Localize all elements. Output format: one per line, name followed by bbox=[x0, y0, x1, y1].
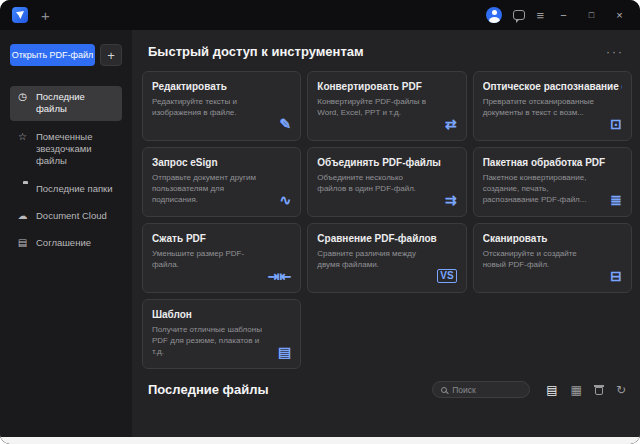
trash-icon[interactable] bbox=[595, 387, 603, 395]
batch-icon: ≣ bbox=[610, 193, 622, 207]
star-icon: ☆ bbox=[16, 131, 29, 143]
maximize-button[interactable]: □ bbox=[583, 11, 600, 20]
more-tools-button[interactable]: ··· bbox=[606, 45, 624, 59]
edit-icon: ✎ bbox=[280, 117, 292, 131]
sidebar-item-starred-files[interactable]: ☆ Помеченные звездочками файлы bbox=[10, 126, 122, 173]
card-edit[interactable]: Редактировать Редактируйте тексты и изоб… bbox=[142, 71, 301, 141]
create-pdf-button[interactable]: + bbox=[100, 44, 122, 66]
list-view-icon[interactable]: ▤ bbox=[546, 384, 557, 396]
scan-icon: ⊟ bbox=[610, 269, 622, 283]
sidebar-item-label: Помеченные звездочками файлы bbox=[36, 131, 116, 168]
minimize-button[interactable]: − bbox=[555, 10, 572, 21]
sidebar-item-label: Соглашение bbox=[36, 237, 91, 249]
clock-icon: ◷ bbox=[16, 91, 29, 103]
card-convert-pdf[interactable]: Конвертировать PDF Конвертируйте PDF-фай… bbox=[307, 71, 466, 141]
card-ocr[interactable]: Оптическое распознавание с... Превратите… bbox=[473, 71, 632, 141]
search-icon bbox=[441, 387, 447, 393]
folder-icon bbox=[16, 183, 29, 195]
recent-files-title: Последние файлы bbox=[148, 382, 269, 397]
card-compress-pdf[interactable]: Сжать PDF Уменьшите размер PDF-файла. ⇥⇤ bbox=[142, 223, 301, 293]
sidebar-item-document-cloud[interactable]: ☁ Document Cloud bbox=[10, 205, 122, 227]
sidebar-item-recent-files[interactable]: ◷ Последние файлы bbox=[10, 86, 122, 121]
esign-icon: ∿ bbox=[280, 193, 292, 207]
feedback-icon[interactable] bbox=[513, 10, 525, 20]
merge-icon: ⇉ bbox=[445, 193, 457, 207]
card-scan[interactable]: Сканировать Отсканируйте и создайте новы… bbox=[473, 223, 632, 293]
menu-icon[interactable]: ≡ bbox=[536, 9, 544, 22]
main-panel: Быстрый доступ к инструментам ··· Редакт… bbox=[132, 30, 640, 444]
sidebar-item-agreement[interactable]: ▤ Соглашение bbox=[10, 232, 122, 254]
app-window: + ≡ − □ × Открыть PDF-файл + ◷ Последние… bbox=[0, 0, 640, 444]
card-template[interactable]: Шаблон Получите отличные шаблоны PDF для… bbox=[142, 299, 301, 369]
titlebar: + ≡ − □ × bbox=[0, 0, 640, 30]
cloud-icon: ☁ bbox=[16, 210, 29, 222]
search-box[interactable] bbox=[432, 381, 530, 398]
new-tab-button[interactable]: + bbox=[37, 8, 54, 23]
tool-cards-grid: Редактировать Редактируйте тексты и изоб… bbox=[142, 71, 632, 369]
account-avatar[interactable] bbox=[486, 7, 502, 23]
compress-icon: ⇥⇤ bbox=[268, 269, 291, 283]
sidebar-item-label: Последние папки bbox=[36, 183, 113, 195]
open-pdf-button[interactable]: Открыть PDF-файл bbox=[10, 44, 95, 66]
card-compare-pdf[interactable]: Сравнение PDF-файлов Сравните различия м… bbox=[307, 223, 466, 293]
card-merge-pdf[interactable]: Объединять PDF-файлы Объедините нескольк… bbox=[307, 147, 466, 217]
grid-view-icon[interactable]: ▦ bbox=[571, 384, 582, 396]
recent-files-header: Последние файлы ▤ ▦ ↻ bbox=[142, 381, 632, 398]
sidebar-item-label: Последние файлы bbox=[36, 91, 116, 116]
card-batch-process[interactable]: Пакетная обработка PDF Пакетное конверти… bbox=[473, 147, 632, 217]
ocr-icon: ⊡ bbox=[610, 117, 622, 131]
recent-files-list-area bbox=[0, 437, 640, 444]
compare-icon: VS bbox=[437, 269, 456, 283]
app-logo-icon bbox=[12, 7, 28, 23]
agreement-icon: ▤ bbox=[16, 237, 29, 249]
sidebar-item-recent-folders[interactable]: Последние папки bbox=[10, 178, 122, 200]
sidebar-item-label: Document Cloud bbox=[36, 210, 107, 222]
sidebar: Открыть PDF-файл + ◷ Последние файлы ☆ П… bbox=[0, 30, 132, 444]
template-icon: ▤ bbox=[278, 345, 291, 359]
quick-access-title: Быстрый доступ к инструментам bbox=[148, 44, 364, 59]
convert-icon: ⇄ bbox=[445, 117, 457, 131]
search-input[interactable] bbox=[452, 385, 521, 395]
refresh-icon[interactable]: ↻ bbox=[616, 384, 626, 396]
close-button[interactable]: × bbox=[611, 10, 628, 21]
card-esign[interactable]: Запрос eSign Отправьте документ другим п… bbox=[142, 147, 301, 217]
